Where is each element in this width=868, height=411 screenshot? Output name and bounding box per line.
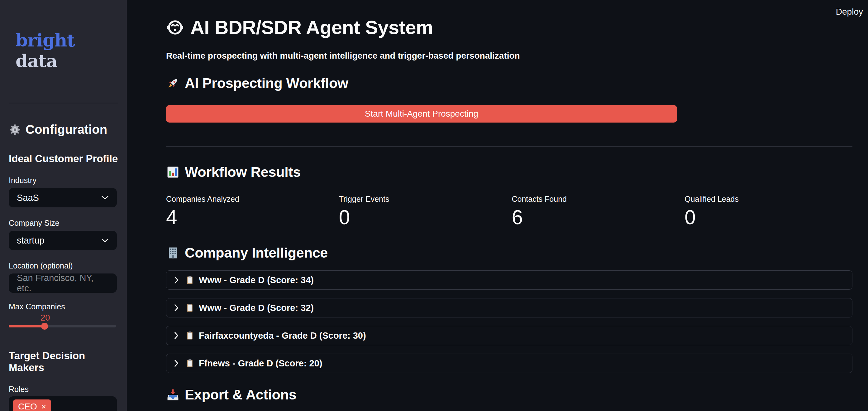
brightdata-logo: bright data (9, 30, 118, 71)
roles-label: Roles (9, 385, 118, 394)
metric-contacts-found: Contacts Found 6 (512, 195, 680, 227)
expander-company-3[interactable]: Fairfaxcountyeda - Grade D (Score: 30) (166, 326, 852, 345)
robot-icon (166, 19, 184, 36)
metrics-row: Companies Analyzed 4 Trigger Events 0 Co… (166, 195, 852, 227)
company-intelligence-heading: Company Intelligence (166, 245, 852, 261)
results-heading-text: Workflow Results (185, 164, 301, 180)
sidebar: bright data Configuration Ideal Customer… (0, 0, 127, 411)
metric-value: 4 (166, 207, 334, 227)
chevron-right-icon (174, 304, 179, 312)
logo-data: data (16, 51, 57, 71)
logo-bright: bright (16, 30, 75, 51)
metric-trigger-events: Trigger Events 0 (339, 195, 507, 227)
metric-companies-analyzed: Companies Analyzed 4 (166, 195, 334, 227)
sidebar-divider (9, 103, 118, 103)
slider-thumb[interactable] (41, 323, 48, 330)
bar-chart-icon (166, 165, 180, 179)
industry-label: Industry (9, 176, 118, 185)
role-tag: CEO × (13, 400, 51, 411)
industry-select-value: SaaS (17, 193, 39, 203)
page-title: AI BDR/SDR Agent System (166, 16, 852, 38)
clipboard-icon (185, 331, 194, 340)
max-companies-slider-group: Max Companies 20 (9, 302, 118, 327)
location-label: Location (optional) (9, 261, 118, 270)
expander-label: Www - Grade D (Score: 34) (199, 275, 314, 285)
expander-label: Www - Grade D (Score: 32) (199, 303, 314, 313)
building-icon (166, 246, 180, 260)
expander-label: Fairfaxcountyeda - Grade D (Score: 30) (199, 330, 366, 341)
metric-label: Qualified Leads (684, 195, 852, 204)
role-tag-label: CEO (18, 402, 37, 411)
company-intelligence-heading-text: Company Intelligence (185, 245, 328, 261)
metric-value: 0 (684, 207, 852, 227)
tdm-heading: Target Decision Makers (9, 350, 118, 374)
inbox-tray-icon (166, 388, 180, 402)
chevron-right-icon (174, 331, 179, 340)
page-subtitle: Real-time prospecting with multi-agent i… (166, 51, 852, 61)
chevron-right-icon (174, 359, 179, 368)
gear-icon (9, 123, 21, 136)
clipboard-icon (185, 275, 194, 285)
roles-multiselect[interactable]: CEO × CTO × VP Engineering × × (9, 397, 117, 411)
page-title-text: AI BDR/SDR Agent System (190, 16, 433, 38)
expander-list: Www - Grade D (Score: 34) Www - Grade D … (166, 270, 852, 373)
max-companies-label: Max Companies (9, 302, 118, 311)
chevron-down-icon (101, 238, 109, 243)
metric-value: 0 (339, 207, 507, 227)
metric-label: Trigger Events (339, 195, 507, 204)
start-prospecting-button[interactable]: Start Multi-Agent Prospecting (166, 105, 677, 122)
metric-label: Companies Analyzed (166, 195, 334, 204)
icp-heading: Ideal Customer Profile (9, 153, 118, 165)
slider-track[interactable] (9, 325, 116, 327)
clipboard-icon (185, 359, 194, 368)
expander-company-1[interactable]: Www - Grade D (Score: 34) (166, 270, 852, 290)
expander-company-4[interactable]: Ffnews - Grade D (Score: 20) (166, 354, 852, 373)
company-size-label: Company Size (9, 218, 118, 228)
chevron-down-icon (101, 196, 109, 200)
slider-fill (9, 325, 44, 327)
deploy-button[interactable]: Deploy (836, 7, 863, 17)
industry-select[interactable]: SaaS (9, 188, 117, 207)
export-heading: Export & Actions (166, 387, 852, 403)
location-input[interactable]: San Francisco, NY, etc. (9, 273, 117, 293)
company-size-select[interactable]: startup (9, 231, 117, 250)
expander-company-2[interactable]: Www - Grade D (Score: 32) (166, 298, 852, 318)
company-size-select-value: startup (17, 235, 44, 246)
configuration-heading-label: Configuration (26, 122, 107, 137)
workflow-heading: AI Prospecting Workflow (166, 75, 852, 91)
clipboard-icon (185, 303, 194, 313)
export-heading-text: Export & Actions (185, 387, 297, 403)
metric-label: Contacts Found (512, 195, 680, 204)
metric-qualified-leads: Qualified Leads 0 (684, 195, 852, 227)
results-heading: Workflow Results (166, 164, 852, 180)
configuration-heading: Configuration (9, 122, 118, 137)
metric-value: 6 (512, 207, 680, 227)
slider-value: 20 (9, 313, 118, 322)
rocket-icon (166, 77, 180, 90)
location-input-placeholder: San Francisco, NY, etc. (17, 273, 109, 293)
remove-tag-icon[interactable]: × (41, 403, 46, 411)
chevron-right-icon (174, 276, 179, 284)
section-divider (166, 146, 852, 147)
expander-label: Ffnews - Grade D (Score: 20) (199, 358, 322, 369)
main-area: Deploy AI BDR/SDR Agent System Real-time… (127, 0, 868, 411)
workflow-heading-text: AI Prospecting Workflow (185, 75, 348, 91)
